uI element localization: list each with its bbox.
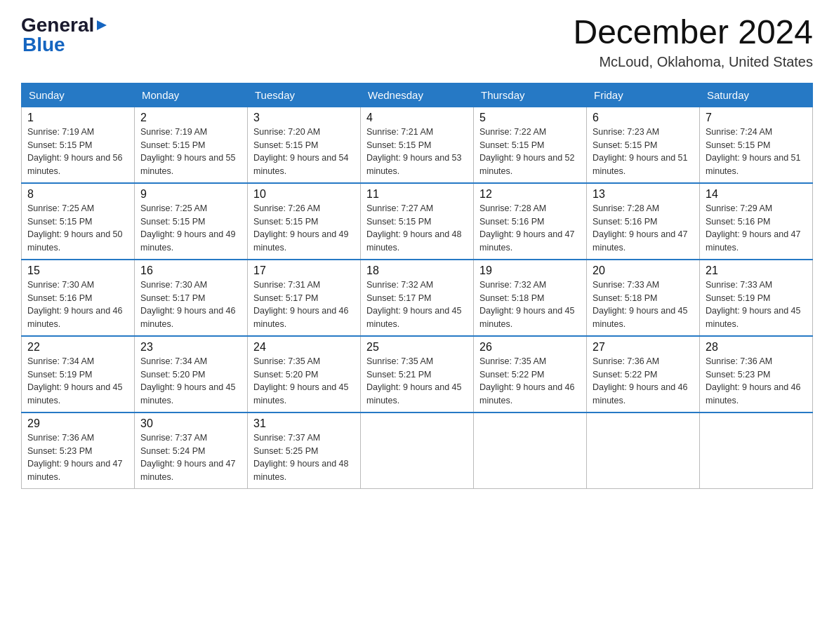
sunset-label: Sunset: 5:24 PM xyxy=(140,446,205,456)
day-number: 9 xyxy=(140,188,241,201)
day-info: Sunrise: 7:37 AM Sunset: 5:24 PM Dayligh… xyxy=(140,431,241,484)
sunrise-label: Sunrise: 7:28 AM xyxy=(593,203,659,213)
calendar-day-cell: 6 Sunrise: 7:23 AM Sunset: 5:15 PM Dayli… xyxy=(587,107,700,183)
sunset-label: Sunset: 5:22 PM xyxy=(479,370,544,380)
day-number: 18 xyxy=(366,264,468,277)
header-thursday: Thursday xyxy=(474,83,587,107)
daylight-label: Daylight: 9 hours and 54 minutes. xyxy=(253,153,349,176)
sunrise-label: Sunrise: 7:19 AM xyxy=(140,127,207,137)
daylight-label: Daylight: 9 hours and 47 minutes. xyxy=(140,459,236,482)
calendar-day-cell: 21 Sunrise: 7:33 AM Sunset: 5:19 PM Dayl… xyxy=(700,260,813,336)
sunset-label: Sunset: 5:17 PM xyxy=(140,293,205,303)
sunrise-label: Sunrise: 7:28 AM xyxy=(479,203,546,213)
sunset-label: Sunset: 5:15 PM xyxy=(140,217,205,227)
daylight-label: Daylight: 9 hours and 45 minutes. xyxy=(479,306,575,329)
sunrise-label: Sunrise: 7:24 AM xyxy=(706,127,772,137)
daylight-label: Daylight: 9 hours and 49 minutes. xyxy=(140,229,236,253)
sunrise-label: Sunrise: 7:19 AM xyxy=(27,127,94,137)
calendar-day-cell: 4 Sunrise: 7:21 AM Sunset: 5:15 PM Dayli… xyxy=(361,107,474,183)
calendar-day-cell: 18 Sunrise: 7:32 AM Sunset: 5:17 PM Dayl… xyxy=(361,260,474,336)
day-number: 27 xyxy=(593,341,694,354)
weekday-header-row: Sunday Monday Tuesday Wednesday Thursday… xyxy=(22,83,813,107)
sunrise-label: Sunrise: 7:35 AM xyxy=(253,356,320,366)
sunrise-label: Sunrise: 7:30 AM xyxy=(140,280,207,290)
day-number: 7 xyxy=(706,112,807,124)
daylight-label: Daylight: 9 hours and 48 minutes. xyxy=(253,459,349,482)
header-monday: Monday xyxy=(135,83,248,107)
daylight-label: Daylight: 9 hours and 51 minutes. xyxy=(593,153,688,176)
calendar-day-cell: 9 Sunrise: 7:25 AM Sunset: 5:15 PM Dayli… xyxy=(135,183,248,260)
day-number: 29 xyxy=(27,417,128,430)
sunrise-label: Sunrise: 7:34 AM xyxy=(27,356,94,366)
sunset-label: Sunset: 5:21 PM xyxy=(366,370,431,380)
calendar-day-cell: 15 Sunrise: 7:30 AM Sunset: 5:16 PM Dayl… xyxy=(22,260,135,336)
day-number: 21 xyxy=(706,264,807,277)
day-info: Sunrise: 7:22 AM Sunset: 5:15 PM Dayligh… xyxy=(479,126,581,178)
day-info: Sunrise: 7:36 AM Sunset: 5:22 PM Dayligh… xyxy=(593,355,694,408)
sunset-label: Sunset: 5:15 PM xyxy=(593,140,657,150)
sunrise-label: Sunrise: 7:35 AM xyxy=(366,356,433,366)
day-number: 15 xyxy=(27,264,128,277)
daylight-label: Daylight: 9 hours and 49 minutes. xyxy=(253,229,349,253)
calendar-day-cell: 20 Sunrise: 7:33 AM Sunset: 5:18 PM Dayl… xyxy=(587,260,700,336)
sunset-label: Sunset: 5:15 PM xyxy=(479,140,544,150)
sunrise-label: Sunrise: 7:31 AM xyxy=(253,280,320,290)
daylight-label: Daylight: 9 hours and 46 minutes. xyxy=(706,382,801,405)
day-info: Sunrise: 7:35 AM Sunset: 5:22 PM Dayligh… xyxy=(479,355,581,408)
sunset-label: Sunset: 5:18 PM xyxy=(479,293,544,303)
calendar-day-cell: 1 Sunrise: 7:19 AM Sunset: 5:15 PM Dayli… xyxy=(22,107,135,183)
day-info: Sunrise: 7:36 AM Sunset: 5:23 PM Dayligh… xyxy=(706,355,807,408)
sunrise-label: Sunrise: 7:33 AM xyxy=(706,280,772,290)
month-title: December 2024 xyxy=(573,14,813,51)
sunrise-label: Sunrise: 7:23 AM xyxy=(593,127,659,137)
day-number: 16 xyxy=(140,264,241,277)
logo-arrow-icon xyxy=(95,19,108,32)
calendar-day-cell: 12 Sunrise: 7:28 AM Sunset: 5:16 PM Dayl… xyxy=(474,183,587,260)
day-number: 28 xyxy=(706,341,807,354)
day-info: Sunrise: 7:30 AM Sunset: 5:17 PM Dayligh… xyxy=(140,279,241,331)
sunset-label: Sunset: 5:15 PM xyxy=(706,140,770,150)
daylight-label: Daylight: 9 hours and 46 minutes. xyxy=(593,382,688,405)
sunset-label: Sunset: 5:17 PM xyxy=(253,293,318,303)
title-area: December 2024 McLoud, Oklahoma, United S… xyxy=(573,14,813,70)
daylight-label: Daylight: 9 hours and 48 minutes. xyxy=(366,229,462,253)
day-info: Sunrise: 7:25 AM Sunset: 5:15 PM Dayligh… xyxy=(140,202,241,255)
sunset-label: Sunset: 5:17 PM xyxy=(366,293,431,303)
sunrise-label: Sunrise: 7:37 AM xyxy=(140,433,207,443)
day-info: Sunrise: 7:24 AM Sunset: 5:15 PM Dayligh… xyxy=(706,126,807,178)
daylight-label: Daylight: 9 hours and 50 minutes. xyxy=(27,229,123,253)
calendar-day-cell: 13 Sunrise: 7:28 AM Sunset: 5:16 PM Dayl… xyxy=(587,183,700,260)
calendar-day-cell: 26 Sunrise: 7:35 AM Sunset: 5:22 PM Dayl… xyxy=(474,336,587,412)
calendar-day-cell: 10 Sunrise: 7:26 AM Sunset: 5:15 PM Dayl… xyxy=(248,183,361,260)
sunset-label: Sunset: 5:20 PM xyxy=(140,370,205,380)
day-info: Sunrise: 7:25 AM Sunset: 5:15 PM Dayligh… xyxy=(27,202,128,255)
daylight-label: Daylight: 9 hours and 56 minutes. xyxy=(27,153,123,176)
day-info: Sunrise: 7:20 AM Sunset: 5:15 PM Dayligh… xyxy=(253,126,355,178)
logo: General Blue xyxy=(21,14,108,56)
location-title: McLoud, Oklahoma, United States xyxy=(573,54,813,70)
sunset-label: Sunset: 5:15 PM xyxy=(366,217,431,227)
day-info: Sunrise: 7:36 AM Sunset: 5:23 PM Dayligh… xyxy=(27,431,128,484)
calendar-day-cell xyxy=(587,412,700,489)
sunset-label: Sunset: 5:16 PM xyxy=(27,293,92,303)
header-tuesday: Tuesday xyxy=(248,83,361,107)
daylight-label: Daylight: 9 hours and 55 minutes. xyxy=(140,153,236,176)
day-info: Sunrise: 7:32 AM Sunset: 5:18 PM Dayligh… xyxy=(479,279,581,331)
sunrise-label: Sunrise: 7:21 AM xyxy=(366,127,433,137)
calendar-day-cell: 31 Sunrise: 7:37 AM Sunset: 5:25 PM Dayl… xyxy=(248,412,361,489)
day-info: Sunrise: 7:35 AM Sunset: 5:21 PM Dayligh… xyxy=(366,355,468,408)
sunrise-label: Sunrise: 7:22 AM xyxy=(479,127,546,137)
daylight-label: Daylight: 9 hours and 47 minutes. xyxy=(706,229,801,253)
page-header: General Blue December 2024 McLoud, Oklah… xyxy=(21,14,813,70)
sunrise-label: Sunrise: 7:20 AM xyxy=(253,127,320,137)
calendar-week-row: 8 Sunrise: 7:25 AM Sunset: 5:15 PM Dayli… xyxy=(22,183,813,260)
header-friday: Friday xyxy=(587,83,700,107)
sunset-label: Sunset: 5:25 PM xyxy=(253,446,318,456)
calendar-day-cell: 19 Sunrise: 7:32 AM Sunset: 5:18 PM Dayl… xyxy=(474,260,587,336)
calendar-day-cell: 30 Sunrise: 7:37 AM Sunset: 5:24 PM Dayl… xyxy=(135,412,248,489)
sunrise-label: Sunrise: 7:25 AM xyxy=(140,203,207,213)
day-info: Sunrise: 7:35 AM Sunset: 5:20 PM Dayligh… xyxy=(253,355,355,408)
calendar-day-cell: 16 Sunrise: 7:30 AM Sunset: 5:17 PM Dayl… xyxy=(135,260,248,336)
daylight-label: Daylight: 9 hours and 45 minutes. xyxy=(366,306,462,329)
svg-marker-0 xyxy=(97,20,107,30)
